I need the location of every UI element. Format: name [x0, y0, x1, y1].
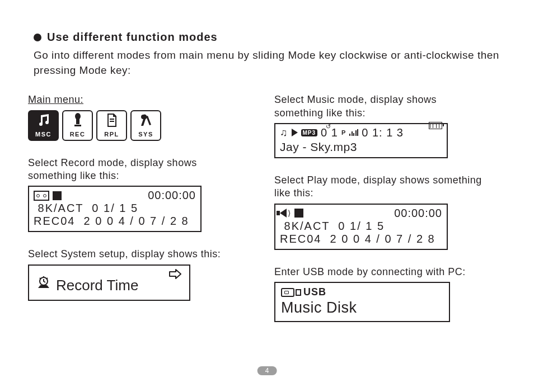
mic-icon — [72, 112, 84, 128]
system-setup-block: Select System setup, display shows this:… — [28, 248, 241, 300]
music-mode-block: Select Music mode, display shows somethi… — [274, 93, 487, 158]
menu-item-rec: REC — [62, 110, 93, 141]
p-indicator: P — [341, 129, 346, 136]
eq-bars-icon — [349, 129, 358, 136]
svg-rect-1 — [76, 119, 79, 124]
usb-mode-caption: Enter USB mode by connecting with PC: — [274, 266, 487, 278]
tape-icon — [34, 191, 49, 201]
menu-item-sys: SYS — [130, 110, 161, 141]
system-setup-screen: Record Time — [28, 265, 190, 301]
usb-connector-icon — [281, 288, 301, 297]
menu-item-label: MSC — [35, 131, 51, 140]
clock-gear-icon — [36, 276, 51, 295]
music-mode-screen: ↺ ♫ MP3 0 1 P 0 1: 1 3 — [274, 123, 448, 158]
page-number: 4 — [257, 366, 277, 375]
menu-item-label: SYS — [138, 131, 153, 140]
speaker-wave-icon: ⟩ — [288, 209, 291, 218]
svg-rect-4 — [110, 121, 114, 122]
usb-mode-screen: USB Music Disk — [274, 282, 450, 322]
play-timer: 00:00:00 — [394, 207, 442, 220]
play-icon — [292, 129, 298, 136]
record-mode-screen: 00:00:00 8K/ACT 0 1/ 1 5 REC04 2 0 0 4 /… — [28, 186, 202, 232]
record-timer: 00:00:00 — [148, 189, 196, 202]
menu-item-msc: MSC — [28, 110, 59, 141]
battery-icon — [429, 122, 442, 129]
music-icon — [36, 112, 51, 128]
main-menu-icons: MSC REC RPL — [28, 110, 241, 141]
menu-item-label: RPL — [104, 131, 119, 140]
svg-rect-2 — [74, 125, 81, 126]
svg-rect-3 — [110, 119, 114, 120]
music-mode-caption: Select Music mode, display shows somethi… — [274, 93, 487, 120]
system-setup-label: Record Time — [56, 277, 138, 294]
arrow-right-icon — [169, 269, 181, 281]
play-line3-right: 2 0 0 4 / 0 7 / 2 8 — [330, 233, 435, 245]
stop-icon — [53, 191, 62, 200]
music-filename: Jay - Sky.mp3 — [280, 140, 442, 154]
intro-paragraph: Go into different modes from main menu b… — [34, 48, 506, 78]
menu-item-rpl: RPL — [96, 110, 127, 141]
heading-text: Use different function modes — [47, 31, 218, 44]
usb-mode-block: Enter USB mode by connecting with PC: US… — [274, 266, 487, 322]
play-line2-left: 8K/ACT — [284, 220, 330, 232]
record-line3-right: 2 0 0 4 / 0 7 / 2 8 — [84, 215, 189, 227]
bullet-icon — [34, 34, 41, 41]
record-mode-caption: Select Record mode, display shows someth… — [28, 157, 241, 183]
system-setup-caption: Select System setup, display shows this: — [28, 248, 241, 261]
format-badge: MP3 — [301, 129, 318, 136]
note-icon: ♫ — [280, 127, 288, 139]
track-time: 0 1: 1 3 — [362, 126, 404, 139]
main-menu-caption: Main menu: — [28, 93, 241, 106]
repeat-icon: ↺ — [326, 123, 331, 130]
record-line2-right: 0 1/ 1 5 — [92, 202, 138, 214]
document-icon — [106, 112, 118, 128]
stop-icon — [294, 209, 303, 218]
menu-item-label: REC — [70, 131, 86, 140]
play-line3-left: REC04 — [280, 233, 321, 245]
record-mode-block: Select Record mode, display shows someth… — [28, 157, 241, 233]
record-line2-left: 8K/ACT — [38, 202, 84, 214]
play-mode-screen: ⟩ 00:00:00 8K/ACT 0 1/ 1 5 REC04 2 0 0 4… — [274, 204, 448, 250]
play-mode-block: Select Play mode, display shows somethin… — [274, 174, 487, 250]
tools-icon — [139, 112, 153, 128]
main-menu-block: Main menu: MSC REC — [28, 93, 241, 140]
section-heading: Use different function modes — [34, 31, 506, 44]
usb-title: Music Disk — [281, 299, 443, 317]
play-line2-right: 0 1/ 1 5 — [338, 220, 385, 232]
record-line3-left: REC04 — [34, 215, 75, 227]
usb-badge: USB — [303, 286, 326, 298]
speaker-icon — [280, 209, 287, 218]
play-mode-caption: Select Play mode, display shows somethin… — [274, 174, 487, 200]
